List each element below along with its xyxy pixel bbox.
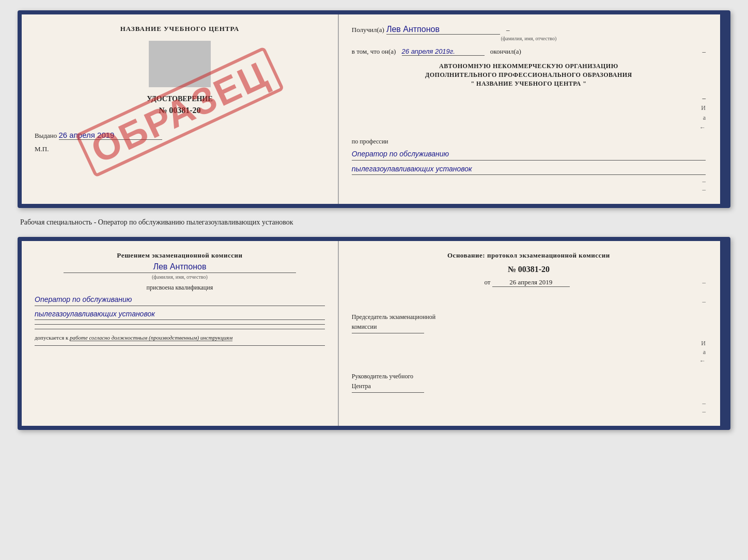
head-block: Руководитель учебного Центра: [352, 373, 706, 393]
dash-3: –: [702, 94, 706, 102]
dash-b4: –: [702, 407, 706, 415]
top-school-name: НАЗВАНИЕ УЧЕБНОГО ЦЕНТРА: [35, 25, 325, 33]
top-doc-right: Получил(а) Лев Антпонов – (фамилия, имя,…: [339, 14, 726, 204]
chairman-label-1: Председатель экзаменационной: [352, 313, 706, 321]
bottom-doc-right: Основание: протокол экзаменационной коми…: [339, 241, 726, 426]
dash-b3: –: [702, 399, 706, 407]
chairman-sig-line: [352, 333, 424, 333]
from-date-block: от 26 апреля 2019 –: [352, 278, 706, 287]
profession-line-1-top: Оператор по обслуживанию: [352, 148, 706, 160]
issued-label: Выдано: [35, 132, 57, 139]
right-b-arrow: ←: [699, 357, 706, 365]
decision-text: Решением экзаменационной комиссии: [35, 251, 325, 260]
from-label: от: [485, 278, 491, 286]
osnovaniye-text: Основание: протокол экзаменационной коми…: [352, 251, 706, 260]
org-line-1: АВТОНОМНУЮ НЕКОММЕРЧЕСКУЮ ОРГАНИЗАЦИЮ: [352, 62, 706, 71]
blank-line-3: [35, 345, 325, 346]
page-container: НАЗВАНИЕ УЧЕБНОГО ЦЕНТРА УДОСТОВЕРЕНИЕ №…: [18, 10, 730, 430]
org-block: АВТОНОМНУЮ НЕКОММЕРЧЕСКУЮ ОРГАНИЗАЦИЮ ДО…: [352, 62, 706, 88]
qual-line-1: Оператор по обслуживанию: [35, 294, 325, 306]
right-side-и: И: [701, 104, 706, 112]
name-underline: [64, 273, 295, 273]
in-that-label: в том, что он(а): [352, 47, 396, 55]
completed-date: 26 апреля 2019г.: [402, 47, 485, 56]
dash-2: –: [702, 47, 706, 56]
right-side-arrow: ←: [699, 124, 706, 132]
from-date-value: 26 апреля 2019: [492, 278, 570, 287]
fio-caption-top: (фамилия, имя, отчество): [352, 36, 706, 41]
mp-label: М.П.: [35, 145, 325, 153]
blank-line-2: [35, 329, 325, 329]
right-border-bar: [720, 14, 726, 204]
right-b-а: а: [703, 348, 706, 356]
dash-b1: –: [702, 278, 706, 286]
top-doc-left: НАЗВАНИЕ УЧЕБНОГО ЦЕНТРА УДОСТОВЕРЕНИЕ №…: [22, 14, 339, 204]
issued-date-value: 26 апреля 2019: [59, 131, 162, 140]
dash-5: –: [702, 185, 706, 194]
head-sig-line: [352, 392, 424, 393]
cert-title: УДОСТОВЕРЕНИЕ: [35, 95, 325, 103]
qual-label: присвоена квалификация: [35, 284, 325, 292]
cert-number: № 00381-20: [35, 106, 325, 115]
received-block: Получил(а) Лев Антпонов – (фамилия, имя,…: [352, 25, 706, 41]
right-border-bar-bottom: [720, 241, 726, 426]
допускается-value: работе согласно должностным (производств…: [70, 334, 232, 341]
top-document: НАЗВАНИЕ УЧЕБНОГО ЦЕНТРА УДОСТОВЕРЕНИЕ №…: [18, 10, 730, 208]
dash-4: –: [702, 177, 706, 185]
dash-1: –: [506, 26, 510, 34]
bottom-document: Решением экзаменационной комиссии Лев Ан…: [18, 237, 730, 430]
допускается-label: допускается к: [35, 334, 68, 341]
issued-date: Выдано 26 апреля 2019: [35, 131, 325, 140]
profession-label-top: по профессии: [352, 138, 706, 146]
head-label-1: Руководитель учебного: [352, 373, 706, 380]
received-label: Получил(а): [352, 26, 384, 34]
head-label-2: Центра: [352, 382, 706, 390]
protocol-number: № 00381-20: [352, 265, 706, 274]
org-line-2: ДОПОЛНИТЕЛЬНОГО ПРОФЕССИОНАЛЬНОГО ОБРАЗО…: [352, 71, 706, 79]
org-line-3: " НАЗВАНИЕ УЧЕБНОГО ЦЕНТРА ": [352, 79, 706, 88]
photo-placeholder: [149, 41, 211, 87]
qual-line-2: пылегазоулавливающих установок: [35, 308, 325, 320]
profession-line-2-top: пылегазоулавливающих установок: [352, 163, 706, 175]
person-name-top: Лев Антпонов: [386, 25, 500, 35]
middle-text: Рабочая специальность - Оператор по обсл…: [18, 214, 730, 231]
chairman-block: Председатель экзаменационной комиссии: [352, 313, 706, 333]
right-side-а: а: [703, 114, 706, 122]
dash-b2: –: [702, 297, 706, 306]
fio-caption-bottom: (фамилия, имя, отчество): [35, 274, 325, 280]
допускается-block: допускается к работе согласно должностны…: [35, 334, 325, 341]
right-b-и: И: [701, 340, 706, 347]
date-line-top: в том, что он(а) 26 апреля 2019г. окончи…: [352, 47, 706, 56]
person-name-bottom: Лев Антпонов: [35, 262, 325, 271]
completed-label: окончил(а): [490, 47, 521, 55]
bottom-doc-left: Решением экзаменационной комиссии Лев Ан…: [22, 241, 339, 426]
chairman-label-2: комиссии: [352, 323, 706, 331]
blank-line-1: [35, 324, 325, 325]
